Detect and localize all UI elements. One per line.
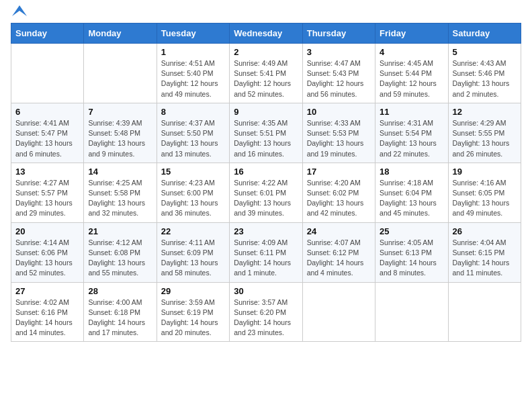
calendar-cell: 30Sunrise: 3:57 AM Sunset: 6:20 PM Dayli…	[230, 282, 302, 342]
calendar-header-saturday: Saturday	[448, 24, 521, 44]
calendar-week-row: 20Sunrise: 4:14 AM Sunset: 6:06 PM Dayli…	[11, 222, 521, 282]
calendar-header-tuesday: Tuesday	[157, 24, 229, 44]
day-detail: Sunrise: 4:37 AM Sunset: 5:50 PM Dayligh…	[161, 118, 225, 159]
calendar-cell: 14Sunrise: 4:25 AM Sunset: 5:58 PM Dayli…	[84, 163, 157, 222]
day-detail: Sunrise: 4:25 AM Sunset: 5:58 PM Dayligh…	[88, 178, 152, 219]
calendar-header-wednesday: Wednesday	[230, 24, 302, 44]
calendar-cell: 17Sunrise: 4:20 AM Sunset: 6:02 PM Dayli…	[302, 163, 375, 222]
day-detail: Sunrise: 4:00 AM Sunset: 6:18 PM Dayligh…	[88, 298, 152, 338]
calendar-cell: 1Sunrise: 4:51 AM Sunset: 5:40 PM Daylig…	[157, 44, 229, 103]
calendar-cell: 28Sunrise: 4:00 AM Sunset: 6:18 PM Dayli…	[84, 282, 157, 342]
calendar-cell: 26Sunrise: 4:04 AM Sunset: 6:15 PM Dayli…	[448, 222, 521, 282]
day-detail: Sunrise: 4:11 AM Sunset: 6:09 PM Dayligh…	[161, 238, 225, 279]
day-detail: Sunrise: 4:27 AM Sunset: 5:57 PM Dayligh…	[15, 178, 79, 219]
day-detail: Sunrise: 4:18 AM Sunset: 6:04 PM Dayligh…	[380, 178, 443, 219]
calendar-table: SundayMondayTuesdayWednesdayThursdayFrid…	[11, 23, 521, 342]
calendar-header-friday: Friday	[375, 24, 448, 44]
day-detail: Sunrise: 4:12 AM Sunset: 6:08 PM Dayligh…	[88, 238, 152, 279]
calendar-cell	[375, 282, 448, 342]
day-number: 6	[15, 107, 79, 117]
day-number: 18	[380, 167, 443, 177]
day-detail: Sunrise: 4:29 AM Sunset: 5:55 PM Dayligh…	[453, 118, 517, 159]
day-number: 28	[88, 286, 152, 296]
calendar-cell: 4Sunrise: 4:45 AM Sunset: 5:44 PM Daylig…	[375, 44, 448, 103]
calendar-cell: 5Sunrise: 4:43 AM Sunset: 5:46 PM Daylig…	[448, 44, 521, 103]
header	[11, 11, 521, 16]
day-number: 3	[307, 47, 371, 57]
calendar-cell: 24Sunrise: 4:07 AM Sunset: 6:12 PM Dayli…	[302, 222, 375, 282]
calendar-cell: 18Sunrise: 4:18 AM Sunset: 6:04 PM Dayli…	[375, 163, 448, 222]
day-number: 15	[161, 167, 225, 177]
day-number: 8	[161, 107, 225, 117]
logo	[11, 11, 27, 16]
day-number: 2	[234, 47, 298, 57]
day-number: 16	[234, 167, 298, 177]
calendar-cell: 12Sunrise: 4:29 AM Sunset: 5:55 PM Dayli…	[448, 103, 521, 163]
day-detail: Sunrise: 4:35 AM Sunset: 5:51 PM Dayligh…	[234, 118, 298, 159]
day-number: 1	[161, 47, 225, 57]
calendar-cell: 2Sunrise: 4:49 AM Sunset: 5:41 PM Daylig…	[230, 44, 302, 103]
day-detail: Sunrise: 4:23 AM Sunset: 6:00 PM Dayligh…	[161, 178, 225, 219]
day-number: 4	[380, 47, 443, 57]
day-detail: Sunrise: 4:33 AM Sunset: 5:53 PM Dayligh…	[307, 118, 371, 159]
calendar-cell: 11Sunrise: 4:31 AM Sunset: 5:54 PM Dayli…	[375, 103, 448, 163]
calendar-cell: 21Sunrise: 4:12 AM Sunset: 6:08 PM Dayli…	[84, 222, 157, 282]
calendar-header-sunday: Sunday	[11, 24, 84, 44]
day-number: 11	[380, 107, 443, 117]
day-detail: Sunrise: 4:39 AM Sunset: 5:48 PM Dayligh…	[88, 118, 152, 159]
day-number: 17	[307, 167, 371, 177]
calendar-cell: 25Sunrise: 4:05 AM Sunset: 6:13 PM Dayli…	[375, 222, 448, 282]
day-detail: Sunrise: 4:09 AM Sunset: 6:11 PM Dayligh…	[234, 238, 298, 279]
calendar-week-row: 6Sunrise: 4:41 AM Sunset: 5:47 PM Daylig…	[11, 103, 521, 163]
calendar-cell: 20Sunrise: 4:14 AM Sunset: 6:06 PM Dayli…	[11, 222, 84, 282]
calendar-cell: 15Sunrise: 4:23 AM Sunset: 6:00 PM Dayli…	[157, 163, 229, 222]
day-number: 27	[15, 286, 79, 296]
day-detail: Sunrise: 4:43 AM Sunset: 5:46 PM Dayligh…	[453, 58, 517, 99]
calendar-header-row: SundayMondayTuesdayWednesdayThursdayFrid…	[11, 24, 521, 44]
day-detail: Sunrise: 4:31 AM Sunset: 5:54 PM Dayligh…	[380, 118, 443, 159]
day-number: 25	[380, 226, 443, 236]
calendar-cell: 9Sunrise: 4:35 AM Sunset: 5:51 PM Daylig…	[230, 103, 302, 163]
calendar-cell	[11, 44, 84, 103]
day-number: 10	[307, 107, 371, 117]
calendar-week-row: 27Sunrise: 4:02 AM Sunset: 6:16 PM Dayli…	[11, 282, 521, 342]
day-number: 23	[234, 226, 298, 236]
calendar-header-thursday: Thursday	[302, 24, 375, 44]
day-number: 5	[453, 47, 517, 57]
day-detail: Sunrise: 4:07 AM Sunset: 6:12 PM Dayligh…	[307, 238, 371, 279]
calendar-cell: 27Sunrise: 4:02 AM Sunset: 6:16 PM Dayli…	[11, 282, 84, 342]
day-detail: Sunrise: 4:49 AM Sunset: 5:41 PM Dayligh…	[234, 58, 298, 99]
svg-marker-0	[12, 5, 27, 16]
day-number: 14	[88, 167, 152, 177]
day-detail: Sunrise: 4:02 AM Sunset: 6:16 PM Dayligh…	[15, 298, 79, 338]
calendar-cell: 10Sunrise: 4:33 AM Sunset: 5:53 PM Dayli…	[302, 103, 375, 163]
day-number: 30	[234, 286, 298, 296]
logo-bird-icon	[12, 5, 27, 16]
calendar-cell: 19Sunrise: 4:16 AM Sunset: 6:05 PM Dayli…	[448, 163, 521, 222]
day-detail: Sunrise: 3:59 AM Sunset: 6:19 PM Dayligh…	[161, 298, 225, 338]
day-detail: Sunrise: 4:51 AM Sunset: 5:40 PM Dayligh…	[161, 58, 225, 99]
day-detail: Sunrise: 4:04 AM Sunset: 6:15 PM Dayligh…	[453, 238, 517, 279]
calendar-body: 1Sunrise: 4:51 AM Sunset: 5:40 PM Daylig…	[11, 44, 521, 342]
calendar-cell: 7Sunrise: 4:39 AM Sunset: 5:48 PM Daylig…	[84, 103, 157, 163]
calendar-cell: 22Sunrise: 4:11 AM Sunset: 6:09 PM Dayli…	[157, 222, 229, 282]
day-detail: Sunrise: 4:41 AM Sunset: 5:47 PM Dayligh…	[15, 118, 79, 159]
calendar-cell	[448, 282, 521, 342]
day-detail: Sunrise: 4:45 AM Sunset: 5:44 PM Dayligh…	[380, 58, 443, 99]
calendar-cell: 16Sunrise: 4:22 AM Sunset: 6:01 PM Dayli…	[230, 163, 302, 222]
day-number: 22	[161, 226, 225, 236]
calendar-cell: 3Sunrise: 4:47 AM Sunset: 5:43 PM Daylig…	[302, 44, 375, 103]
day-detail: Sunrise: 4:22 AM Sunset: 6:01 PM Dayligh…	[234, 178, 298, 219]
calendar-week-row: 13Sunrise: 4:27 AM Sunset: 5:57 PM Dayli…	[11, 163, 521, 222]
day-number: 29	[161, 286, 225, 296]
calendar-header-monday: Monday	[84, 24, 157, 44]
day-detail: Sunrise: 3:57 AM Sunset: 6:20 PM Dayligh…	[234, 298, 298, 338]
day-number: 9	[234, 107, 298, 117]
calendar-cell	[302, 282, 375, 342]
day-detail: Sunrise: 4:47 AM Sunset: 5:43 PM Dayligh…	[307, 58, 371, 99]
calendar-cell	[84, 44, 157, 103]
day-number: 26	[453, 226, 517, 236]
day-detail: Sunrise: 4:20 AM Sunset: 6:02 PM Dayligh…	[307, 178, 371, 219]
day-number: 7	[88, 107, 152, 117]
calendar-cell: 8Sunrise: 4:37 AM Sunset: 5:50 PM Daylig…	[157, 103, 229, 163]
